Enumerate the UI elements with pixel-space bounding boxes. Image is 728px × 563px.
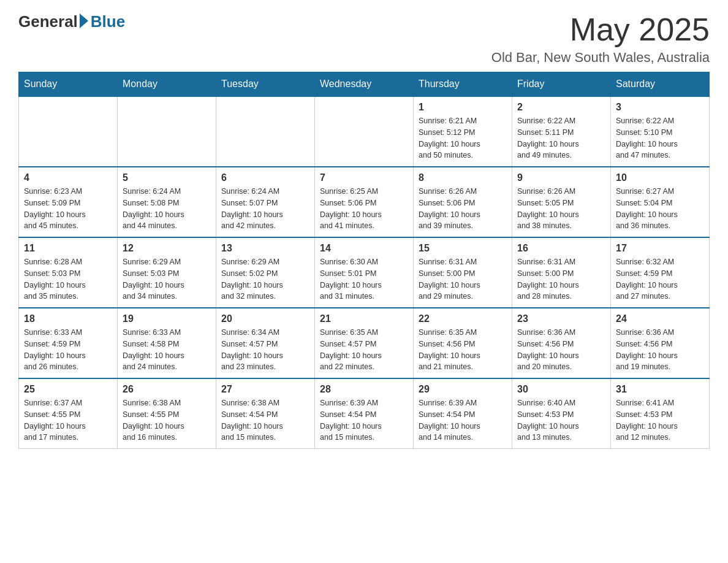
- day-number: 12: [123, 243, 211, 254]
- day-info: Sunrise: 6:36 AMSunset: 4:56 PMDaylight:…: [616, 327, 704, 373]
- day-number: 7: [320, 172, 408, 183]
- month-title: May 2025: [491, 12, 710, 47]
- day-number: 31: [616, 384, 704, 395]
- day-number: 10: [616, 172, 704, 183]
- day-info: Sunrise: 6:37 AMSunset: 4:55 PMDaylight:…: [24, 397, 112, 443]
- calendar-cell: 8Sunrise: 6:26 AMSunset: 5:06 PMDaylight…: [414, 167, 512, 237]
- calendar-cell: 16Sunrise: 6:31 AMSunset: 5:00 PMDayligh…: [512, 237, 611, 308]
- calendar-cell: 18Sunrise: 6:33 AMSunset: 4:59 PMDayligh…: [19, 308, 118, 378]
- calendar-cell: 20Sunrise: 6:34 AMSunset: 4:57 PMDayligh…: [216, 308, 315, 378]
- week-row: 4Sunrise: 6:23 AMSunset: 5:09 PMDaylight…: [19, 167, 710, 237]
- calendar-cell: 15Sunrise: 6:31 AMSunset: 5:00 PMDayligh…: [414, 237, 512, 308]
- calendar-cell: 12Sunrise: 6:29 AMSunset: 5:03 PMDayligh…: [118, 237, 216, 308]
- calendar-cell: 9Sunrise: 6:26 AMSunset: 5:05 PMDaylight…: [512, 167, 611, 237]
- day-info: Sunrise: 6:23 AMSunset: 5:09 PMDaylight:…: [24, 186, 112, 232]
- day-info: Sunrise: 6:22 AMSunset: 5:10 PMDaylight:…: [616, 115, 704, 161]
- week-row: 11Sunrise: 6:28 AMSunset: 5:03 PMDayligh…: [19, 237, 710, 308]
- calendar-cell: 31Sunrise: 6:41 AMSunset: 4:53 PMDayligh…: [611, 378, 710, 449]
- calendar-cell: 22Sunrise: 6:35 AMSunset: 4:56 PMDayligh…: [414, 308, 512, 378]
- calendar-cell: [19, 96, 118, 167]
- calendar-cell: 3Sunrise: 6:22 AMSunset: 5:10 PMDaylight…: [611, 96, 710, 167]
- day-info: Sunrise: 6:39 AMSunset: 4:54 PMDaylight:…: [419, 397, 507, 443]
- day-of-week-header: Monday: [118, 72, 216, 97]
- location-title: Old Bar, New South Wales, Australia: [491, 50, 710, 66]
- day-info: Sunrise: 6:39 AMSunset: 4:54 PMDaylight:…: [320, 397, 408, 443]
- calendar-cell: 21Sunrise: 6:35 AMSunset: 4:57 PMDayligh…: [315, 308, 414, 378]
- day-info: Sunrise: 6:25 AMSunset: 5:06 PMDaylight:…: [320, 186, 408, 232]
- calendar-cell: 2Sunrise: 6:22 AMSunset: 5:11 PMDaylight…: [512, 96, 611, 167]
- day-info: Sunrise: 6:24 AMSunset: 5:08 PMDaylight:…: [123, 186, 211, 232]
- day-number: 8: [419, 172, 507, 183]
- calendar-cell: [118, 96, 216, 167]
- calendar-cell: 24Sunrise: 6:36 AMSunset: 4:56 PMDayligh…: [611, 308, 710, 378]
- week-row: 25Sunrise: 6:37 AMSunset: 4:55 PMDayligh…: [19, 378, 710, 449]
- day-info: Sunrise: 6:40 AMSunset: 4:53 PMDaylight:…: [517, 397, 605, 443]
- calendar-header-row: SundayMondayTuesdayWednesdayThursdayFrid…: [19, 72, 710, 97]
- day-number: 29: [419, 384, 507, 395]
- day-number: 16: [517, 243, 605, 254]
- day-of-week-header: Friday: [512, 72, 611, 97]
- calendar-cell: 1Sunrise: 6:21 AMSunset: 5:12 PMDaylight…: [414, 96, 512, 167]
- calendar-cell: 25Sunrise: 6:37 AMSunset: 4:55 PMDayligh…: [19, 378, 118, 449]
- day-number: 23: [517, 313, 605, 324]
- day-number: 27: [221, 384, 309, 395]
- day-of-week-header: Tuesday: [216, 72, 315, 97]
- day-info: Sunrise: 6:33 AMSunset: 4:58 PMDaylight:…: [123, 327, 211, 373]
- day-number: 20: [221, 313, 309, 324]
- day-number: 17: [616, 243, 704, 254]
- title-section: May 2025 Old Bar, New South Wales, Austr…: [491, 12, 710, 66]
- logo: General Blue: [18, 12, 125, 31]
- day-info: Sunrise: 6:41 AMSunset: 4:53 PMDaylight:…: [616, 397, 704, 443]
- calendar-cell: 28Sunrise: 6:39 AMSunset: 4:54 PMDayligh…: [315, 378, 414, 449]
- day-number: 13: [221, 243, 309, 254]
- calendar-cell: 4Sunrise: 6:23 AMSunset: 5:09 PMDaylight…: [19, 167, 118, 237]
- calendar-cell: 5Sunrise: 6:24 AMSunset: 5:08 PMDaylight…: [118, 167, 216, 237]
- week-row: 18Sunrise: 6:33 AMSunset: 4:59 PMDayligh…: [19, 308, 710, 378]
- calendar-cell: [216, 96, 315, 167]
- calendar-cell: 6Sunrise: 6:24 AMSunset: 5:07 PMDaylight…: [216, 167, 315, 237]
- day-of-week-header: Saturday: [611, 72, 710, 97]
- calendar-cell: 30Sunrise: 6:40 AMSunset: 4:53 PMDayligh…: [512, 378, 611, 449]
- calendar-cell: 13Sunrise: 6:29 AMSunset: 5:02 PMDayligh…: [216, 237, 315, 308]
- day-of-week-header: Sunday: [19, 72, 118, 97]
- page-header: General Blue May 2025 Old Bar, New South…: [18, 12, 710, 66]
- day-number: 19: [123, 313, 211, 324]
- calendar-cell: 29Sunrise: 6:39 AMSunset: 4:54 PMDayligh…: [414, 378, 512, 449]
- calendar-table: SundayMondayTuesdayWednesdayThursdayFrid…: [18, 72, 710, 449]
- logo-arrow-icon: [80, 13, 88, 28]
- day-number: 24: [616, 313, 704, 324]
- calendar-cell: 14Sunrise: 6:30 AMSunset: 5:01 PMDayligh…: [315, 237, 414, 308]
- day-info: Sunrise: 6:35 AMSunset: 4:57 PMDaylight:…: [320, 327, 408, 373]
- day-number: 18: [24, 313, 112, 324]
- calendar-cell: 11Sunrise: 6:28 AMSunset: 5:03 PMDayligh…: [19, 237, 118, 308]
- calendar-cell: [315, 96, 414, 167]
- day-number: 22: [419, 313, 507, 324]
- day-info: Sunrise: 6:36 AMSunset: 4:56 PMDaylight:…: [517, 327, 605, 373]
- calendar-cell: 23Sunrise: 6:36 AMSunset: 4:56 PMDayligh…: [512, 308, 611, 378]
- day-number: 4: [24, 172, 112, 183]
- day-info: Sunrise: 6:33 AMSunset: 4:59 PMDaylight:…: [24, 327, 112, 373]
- day-number: 6: [221, 172, 309, 183]
- calendar-cell: 19Sunrise: 6:33 AMSunset: 4:58 PMDayligh…: [118, 308, 216, 378]
- day-number: 25: [24, 384, 112, 395]
- day-number: 15: [419, 243, 507, 254]
- day-info: Sunrise: 6:38 AMSunset: 4:54 PMDaylight:…: [221, 397, 309, 443]
- day-number: 5: [123, 172, 211, 183]
- day-number: 11: [24, 243, 112, 254]
- day-info: Sunrise: 6:22 AMSunset: 5:11 PMDaylight:…: [517, 115, 605, 161]
- day-info: Sunrise: 6:35 AMSunset: 4:56 PMDaylight:…: [419, 327, 507, 373]
- day-number: 30: [517, 384, 605, 395]
- day-of-week-header: Thursday: [414, 72, 512, 97]
- day-info: Sunrise: 6:38 AMSunset: 4:55 PMDaylight:…: [123, 397, 211, 443]
- week-row: 1Sunrise: 6:21 AMSunset: 5:12 PMDaylight…: [19, 96, 710, 167]
- calendar-cell: 7Sunrise: 6:25 AMSunset: 5:06 PMDaylight…: [315, 167, 414, 237]
- day-info: Sunrise: 6:29 AMSunset: 5:03 PMDaylight:…: [123, 256, 211, 302]
- day-info: Sunrise: 6:28 AMSunset: 5:03 PMDaylight:…: [24, 256, 112, 302]
- day-info: Sunrise: 6:32 AMSunset: 4:59 PMDaylight:…: [616, 256, 704, 302]
- calendar-cell: 17Sunrise: 6:32 AMSunset: 4:59 PMDayligh…: [611, 237, 710, 308]
- calendar-cell: 27Sunrise: 6:38 AMSunset: 4:54 PMDayligh…: [216, 378, 315, 449]
- day-info: Sunrise: 6:27 AMSunset: 5:04 PMDaylight:…: [616, 186, 704, 232]
- day-number: 21: [320, 313, 408, 324]
- day-info: Sunrise: 6:34 AMSunset: 4:57 PMDaylight:…: [221, 327, 309, 373]
- day-number: 14: [320, 243, 408, 254]
